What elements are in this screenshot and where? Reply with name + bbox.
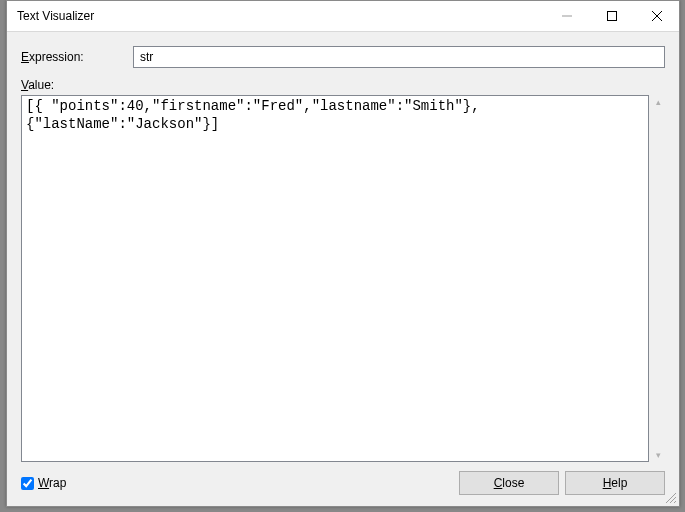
footer-row: Wrap Close Help xyxy=(21,470,665,496)
chevron-up-icon: ▴ xyxy=(656,97,661,107)
minimize-button[interactable] xyxy=(544,1,589,31)
expression-row: Expression: xyxy=(21,46,665,68)
window-title: Text Visualizer xyxy=(17,9,94,23)
value-wrap: ▴ ▾ xyxy=(21,95,665,462)
wrap-checkbox[interactable] xyxy=(21,477,34,490)
text-visualizer-window: Text Visualizer Expression: Value: ▴ ▾ xyxy=(6,0,680,507)
close-window-button[interactable] xyxy=(634,1,679,31)
close-icon xyxy=(652,11,662,21)
titlebar: Text Visualizer xyxy=(7,1,679,32)
help-button[interactable]: Help xyxy=(565,471,665,495)
wrap-checkbox-label[interactable]: Wrap xyxy=(21,476,66,490)
expression-label: Expression: xyxy=(21,50,123,64)
maximize-icon xyxy=(607,11,617,21)
value-textarea[interactable] xyxy=(21,95,649,462)
expression-input[interactable] xyxy=(133,46,665,68)
minimize-icon xyxy=(562,11,572,21)
value-label: Value: xyxy=(21,78,665,92)
scroll-indicator: ▴ ▾ xyxy=(651,95,665,462)
chevron-down-icon: ▾ xyxy=(656,450,661,460)
content-area: Expression: Value: ▴ ▾ Wrap Close Help xyxy=(7,32,679,506)
close-button[interactable]: Close xyxy=(459,471,559,495)
maximize-button[interactable] xyxy=(589,1,634,31)
svg-rect-1 xyxy=(607,12,616,21)
window-controls xyxy=(544,1,679,31)
